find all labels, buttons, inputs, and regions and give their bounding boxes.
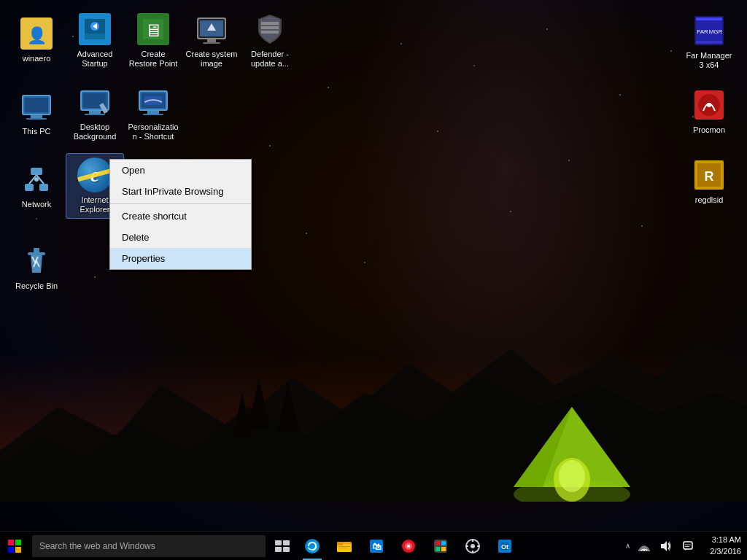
svg-rect-23 — [261, 31, 279, 34]
desktop-icon-defender[interactable]: Defender - update a... — [241, 7, 299, 73]
task-view-icon — [275, 540, 290, 552]
desktop-icon-this-pc[interactable]: This PC — [7, 80, 66, 146]
context-menu-create-shortcut[interactable]: Create shortcut — [110, 206, 251, 227]
svg-marker-97 — [661, 541, 667, 551]
defender-icon — [252, 12, 287, 47]
svg-point-59 — [707, 103, 711, 107]
desktop-background-label: Desktop Background — [69, 122, 121, 141]
svg-text:R: R — [705, 169, 714, 184]
taskbar-store[interactable]: 🛍 — [360, 532, 392, 561]
task-view-button[interactable] — [268, 532, 296, 561]
desktop-icon-desktop-background[interactable]: Desktop Background — [66, 80, 124, 146]
svg-rect-21 — [261, 22, 279, 25]
unknown1-icon — [433, 538, 449, 554]
regdisid-label: regdlsid — [695, 195, 724, 205]
context-menu-separator-1 — [110, 203, 251, 204]
context-menu-properties[interactable]: Properties — [110, 248, 251, 269]
this-pc-icon — [19, 89, 54, 124]
search-input[interactable] — [32, 535, 266, 557]
clock-time: 3:18 AM — [712, 534, 741, 545]
svg-rect-39 — [143, 114, 163, 115]
procmon-label: Procmon — [693, 125, 725, 135]
svg-rect-83 — [436, 541, 440, 545]
settings-icon — [465, 538, 481, 554]
desktop-icon-create-system-image[interactable]: Create system image — [182, 7, 241, 73]
context-menu-delete[interactable]: Delete — [110, 227, 251, 248]
desktop-icon-create-restore-point[interactable]: 🖥 Create Restore Point — [124, 7, 182, 73]
taskbar-outlook[interactable]: Ot — [489, 532, 521, 561]
svg-rect-64 — [15, 540, 21, 545]
svg-rect-34 — [90, 111, 99, 112]
taskbar-clock[interactable]: 3:18 AM 2/3/2016 — [704, 534, 747, 557]
svg-rect-86 — [441, 547, 446, 551]
clock-date: 2/3/2016 — [710, 546, 741, 557]
svg-rect-27 — [26, 118, 47, 120]
taskbar-explorer[interactable] — [328, 532, 360, 561]
svg-rect-48 — [34, 248, 39, 254]
svg-rect-52 — [696, 18, 709, 20]
svg-text:🛍: 🛍 — [372, 541, 382, 552]
desktop-icons-right: FAR MGR Far Manager 3 x64 Procmon — [671, 0, 747, 223]
desktop-icon-far-manager[interactable]: FAR MGR Far Manager 3 x64 — [680, 9, 738, 74]
tray-volume-icon[interactable] — [656, 532, 676, 561]
tray-chevron[interactable]: ∧ — [623, 542, 632, 550]
svg-point-9 — [559, 460, 585, 492]
svg-rect-92 — [477, 545, 479, 547]
network-label: Network — [22, 200, 51, 209]
desktop-icon-winaero[interactable]: 👤 winaero — [7, 7, 66, 73]
context-menu-inprivate[interactable]: Start InPrivate Browsing — [110, 181, 251, 202]
svg-point-81 — [407, 545, 410, 548]
system-image-label: Create system image — [185, 50, 238, 69]
desktop-icon-personalization[interactable]: Personalization - Shortcut — [124, 80, 182, 146]
taskbar-media[interactable] — [392, 532, 425, 561]
taskbar-unknown1[interactable] — [425, 532, 457, 561]
svg-rect-89 — [472, 540, 473, 542]
svg-rect-41 — [31, 168, 42, 175]
taskbar-settings[interactable] — [457, 532, 489, 561]
outlook-icon: Ot — [497, 538, 513, 554]
context-menu-open[interactable]: Open — [110, 160, 251, 181]
restore-point-icon: 🖥 — [136, 12, 171, 47]
taskbar-edge[interactable] — [296, 532, 328, 561]
svg-text:MGR: MGR — [709, 28, 723, 35]
desktop-background-icon — [77, 85, 112, 120]
svg-rect-54 — [696, 41, 722, 44]
svg-rect-53 — [709, 18, 722, 20]
desktop-icon-network[interactable]: Network — [7, 153, 66, 219]
tray-notification-icon[interactable] — [678, 532, 698, 561]
start-button[interactable] — [0, 532, 29, 561]
svg-rect-85 — [436, 547, 440, 551]
svg-rect-90 — [472, 551, 473, 553]
desktop-icon-regdisid[interactable]: R regdlsid — [680, 149, 738, 214]
desktop-icon-procmon[interactable]: Procmon — [680, 79, 738, 144]
winaero-label: winaero — [23, 54, 51, 63]
svg-rect-32 — [85, 114, 105, 115]
svg-rect-38 — [147, 111, 159, 114]
advanced-startup-icon — [77, 12, 112, 47]
tray-network-icon[interactable] — [634, 532, 654, 561]
svg-point-71 — [305, 539, 320, 553]
svg-text:🖥: 🖥 — [144, 20, 162, 40]
svg-rect-74 — [337, 542, 343, 545]
notification-tray-icon — [683, 541, 693, 551]
svg-rect-28 — [25, 98, 48, 112]
svg-rect-66 — [15, 547, 21, 553]
advanced-startup-label: Advanced Startup — [69, 50, 121, 69]
svg-text:👤: 👤 — [27, 26, 47, 45]
restore-point-label: Create Restore Point — [127, 50, 179, 69]
svg-point-46 — [34, 177, 39, 182]
desktop-icons-left: 👤 winaero Advanced Startup — [0, 0, 15, 15]
network-tray-icon — [638, 541, 650, 551]
this-pc-label: This PC — [22, 127, 50, 136]
regdisid-icon: R — [692, 158, 727, 192]
system-tray: ∧ — [623, 532, 704, 561]
edge-icon — [304, 538, 320, 554]
svg-rect-22 — [261, 26, 279, 29]
svg-text:FAR: FAR — [697, 28, 708, 35]
svg-rect-19 — [203, 42, 220, 44]
svg-rect-75 — [338, 546, 350, 547]
svg-point-88 — [471, 544, 475, 548]
desktop-icon-recycle-bin[interactable]: Recycle Bin — [7, 235, 66, 300]
desktop-icon-advanced-startup[interactable]: Advanced Startup — [66, 7, 124, 73]
svg-rect-69 — [275, 547, 282, 552]
